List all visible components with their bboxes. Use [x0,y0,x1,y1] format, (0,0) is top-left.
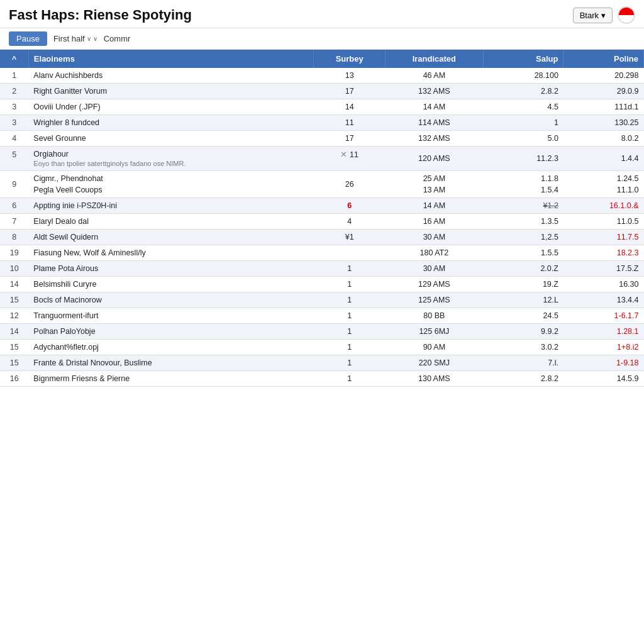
pause-button[interactable]: Pause [9,31,47,46]
cell-salup: 7.l. [483,355,564,371]
cell-salup: 1 [483,115,564,131]
cell-name: Adychant%fletr.opj [28,340,314,355]
table-row: 4 Sevel Grounne 17 132 AMS 5.0 8.0.2 [0,131,644,147]
cell-name: Cigmr., Phendnohat Pegla Veell Couops [28,171,314,198]
cell-name: Frante & Dristal Nnovour, Buslime [28,355,314,371]
cell-salup: 5.0 [483,131,564,147]
cell-irandicated: 30 AM [385,230,483,245]
cell-surbey: ¥1 [314,230,385,245]
cell-poline: 29.0.9 [564,84,644,99]
col-header-salup[interactable]: Salup [483,50,564,68]
cell-irandicated: 125 AMS [385,292,483,308]
cell-poline: 1.24.5 11.1.0 [564,171,644,198]
cell-poline: 1.4.4 [564,147,644,171]
table-row: 3 Wrighler 8 fundced 11 114 AMS 1 130.25 [0,115,644,131]
cell-name: Polhan PaloYobje [28,324,314,340]
cell-surbey: 1 [314,277,385,292]
table-row: 12 Tranguorment-ifurt 1 80 BB 24.5 1-6.1… [0,308,644,324]
cell-irandicated: 46 AM [385,68,483,84]
cell-name: Right Ganitter Vorum [28,84,314,99]
cell-surbey: 1 [314,355,385,371]
cell-name: Alanv Auchishberds [28,68,314,84]
cell-salup: 1.5.5 [483,245,564,261]
cell-irandicated: 90 AM [385,340,483,355]
cell-surbey: 1 [314,371,385,387]
cell-name: Sevel Grounne [28,131,314,147]
table-row: 15 Bocls of Macinorow 1 125 AMS 12.L 13.… [0,292,644,308]
col-header-poline[interactable]: Poline [564,50,644,68]
cell-poline: 13.4.4 [564,292,644,308]
table-row: 15 Adychant%fletr.opj 1 90 AM 3.0.2 1+8.… [0,340,644,355]
cell-num: 14 [0,324,28,340]
page-title: Fast Haps: Riense Spotying [9,7,192,23]
cell-irandicated: 125 6MJ [385,324,483,340]
cell-poline: 11.0.5 [564,214,644,230]
col-header-name[interactable]: Elaoinems [28,50,314,68]
cell-num: 2 [0,84,28,99]
btark-label: Btark [580,11,599,20]
table-row: 16 Bignmerm Friesns & Pierne 1 130 AMS 2… [0,371,644,387]
table-row: 7 Elaryl Dealo dal 4 16 AM 1.3.5 11.0.5 [0,214,644,230]
chevron2-icon: ∨ [93,35,97,42]
cell-irandicated: 30 AM [385,261,483,277]
cell-surbey: 1 [314,324,385,340]
cell-num: 3 [0,115,28,131]
header-right: Btark ▾ [573,6,635,24]
cell-salup: 24.5 [483,308,564,324]
cell-poline: 16.1.0.& [564,198,644,214]
btark-button[interactable]: Btark ▾ [573,8,613,23]
cell-irandicated: 25 AM 13 AM [385,171,483,198]
cell-name: Elaryl Dealo dal [28,214,314,230]
table-row: 9 Cigmr., Phendnohat Pegla Veell Couops … [0,171,644,198]
col-header-surbey[interactable]: Surbey [314,50,385,68]
chevron1-icon: ∨ [87,35,91,42]
main-table-wrapper: ^ Elaoinems Surbey Irandicated Salup Pol… [0,50,644,637]
cell-surbey: 26 [314,171,385,198]
cell-salup: 2.8.2 [483,84,564,99]
cell-irandicated: 129 AMS [385,277,483,292]
cell-name: Belsimshili Curyre [28,277,314,292]
cell-poline: 16.30 [564,277,644,292]
cell-poline: 8.0.2 [564,131,644,147]
cell-num: 16 [0,371,28,387]
cell-salup: 19.Z [483,277,564,292]
cell-salup: 1.1.8 1.5.4 [483,171,564,198]
cell-salup: 28.100 [483,68,564,84]
table-row: 19 Fiasung New, Wolf & Aminesll/ly 180 A… [0,245,644,261]
cell-surbey: 17 [314,84,385,99]
cell-irandicated: 120 AMS [385,147,483,171]
cell-irandicated: 132 AMS [385,131,483,147]
commr-button[interactable]: Commr [104,34,131,43]
table-row: 1 Alanv Auchishberds 13 46 AM 28.100 20.… [0,68,644,84]
cell-poline: 17.5.Z [564,261,644,277]
table-header-row: ^ Elaoinems Surbey Irandicated Salup Pol… [0,50,644,68]
cell-num: 1 [0,68,28,84]
toolbar: Pause First half ∨ ∨ Commr [0,28,644,50]
cell-irandicated: 16 AM [385,214,483,230]
col-header-irandicated[interactable]: Irandicated [385,50,483,68]
cell-poline: 18.2.3 [564,245,644,261]
cell-num: 4 [0,131,28,147]
flag-icon [618,6,635,24]
cell-irandicated: 80 BB [385,308,483,324]
cell-salup: 1,2.5 [483,230,564,245]
header: Fast Haps: Riense Spotying Btark ▾ [0,0,644,28]
cell-irandicated: 130 AMS [385,371,483,387]
cell-name: Appting inie i-PSZ0H-ini [28,198,314,214]
table-row: 5 Orgiahour Eoyo than tpolier saterttgin… [0,147,644,171]
cell-num: 5 [0,147,28,171]
cell-surbey: 1 [314,292,385,308]
cell-salup: 9.9.2 [483,324,564,340]
cell-name: Bignmerm Friesns & Pierne [28,371,314,387]
cell-num: 15 [0,355,28,371]
cell-poline: 1-9.18 [564,355,644,371]
cell-num: 14 [0,277,28,292]
cell-salup: ¥1.2 [483,198,564,214]
first-half-button[interactable]: First half ∨ ∨ [53,34,97,43]
cell-irandicated: 220 SMJ [385,355,483,371]
cell-irandicated: 14 AM [385,198,483,214]
btark-chevron: ▾ [601,11,606,20]
cell-surbey [314,245,385,261]
cell-surbey: 1 [314,261,385,277]
table-row: 2 Right Ganitter Vorum 17 132 AMS 2.8.2 … [0,84,644,99]
